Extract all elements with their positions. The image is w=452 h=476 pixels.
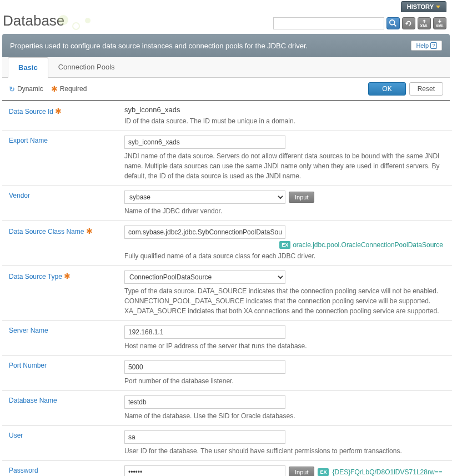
required-icon: ✱ [64,272,71,280]
required-icon: ✱ [55,107,62,116]
ex-ds-class-name: oracle.jdbc.pool.OracleConnectionPoolDat… [293,241,443,249]
input-database-name[interactable] [124,395,285,409]
legend-dynamic: ↻ Dynamic [9,84,43,93]
label-password: Password [2,461,124,477]
help-database-name: Name of the database. Use the SID for Or… [124,411,449,421]
xml-export-button[interactable]: XML [433,17,446,29]
help-user: User ID for the database. The user shoul… [124,446,449,456]
input-ds-class-name[interactable] [124,226,285,239]
input-export-name[interactable] [124,136,285,149]
select-ds-type[interactable]: ConnectionPoolDataSource [124,270,285,284]
legend-required: ✱ Required [51,84,87,93]
label-ds-class-name: Data Source Class Name ✱ [2,221,124,266]
help-ds-class-name: Fully qualified name of a data source cl… [124,251,449,261]
ex-password: {DES}FQrLbQ/D8O1lDVS71L28rw== [332,468,442,476]
chevron-down-icon [436,6,440,8]
ex-badge: EX [318,468,329,476]
label-user: User [2,426,124,461]
page-title: Database [3,12,64,29]
reset-button[interactable]: Reset [409,82,443,96]
help-port-number: Port number of the database listener. [124,376,449,386]
required-icon: ✱ [86,227,93,236]
download-icon [436,19,443,24]
help-vendor: Name of the JDBC driver vendor. [124,206,449,216]
help-button[interactable]: Help ? [411,41,442,51]
refresh-icon [405,19,413,27]
dynamic-icon: ↻ [9,85,15,93]
input-port-number[interactable] [124,360,285,374]
label-data-source-id: Data Source Id ✱ [2,101,124,131]
ok-button[interactable]: OK [368,82,405,96]
label-server-name: Server Name [2,321,124,356]
ex-badge: EX [279,241,290,249]
select-vendor[interactable]: sybase [124,191,285,204]
search-input[interactable] [273,17,384,29]
label-port-number: Port Number [2,356,124,391]
tab-connection-pools[interactable]: Connection Pools [48,57,125,77]
history-button[interactable]: HISTORY [401,1,446,12]
password-input-button[interactable]: Input [289,467,314,476]
label-vendor: Vendor [2,186,124,221]
help-data-source-id: ID of the data source. The ID must be un… [124,116,449,126]
help-server-name: Host name or IP address of the server th… [124,341,449,351]
vendor-input-button[interactable]: Input [289,192,314,203]
description-bar: Properties used to configure data source… [2,34,450,57]
input-password[interactable] [124,465,285,476]
tabs: Basic Connection Pools [2,57,450,78]
label-ds-type: Data Source Type ✱ [2,266,124,321]
search-button[interactable] [386,17,400,29]
required-icon: ✱ [51,84,58,93]
description-text: Properties used to configure data source… [10,42,308,50]
value-data-source-id: syb_iconn6_xads [124,106,449,114]
input-server-name[interactable] [124,325,285,339]
refresh-button[interactable] [402,17,415,29]
input-user[interactable] [124,430,285,444]
xml-import-button[interactable]: XML [418,17,431,29]
search-icon [389,19,397,27]
upload-icon [421,19,428,24]
help-ds-type: Type of the data source. DATA_SOURCE ind… [124,286,449,316]
help-export-name: JNDI name of the data source. Servers do… [124,151,449,181]
tab-basic[interactable]: Basic [8,57,48,78]
label-export-name: Export Name [2,131,124,186]
help-icon: ? [430,42,437,49]
decorative-circles [58,12,103,34]
label-database-name: Database Name [2,391,124,426]
history-label: HISTORY [407,3,434,10]
